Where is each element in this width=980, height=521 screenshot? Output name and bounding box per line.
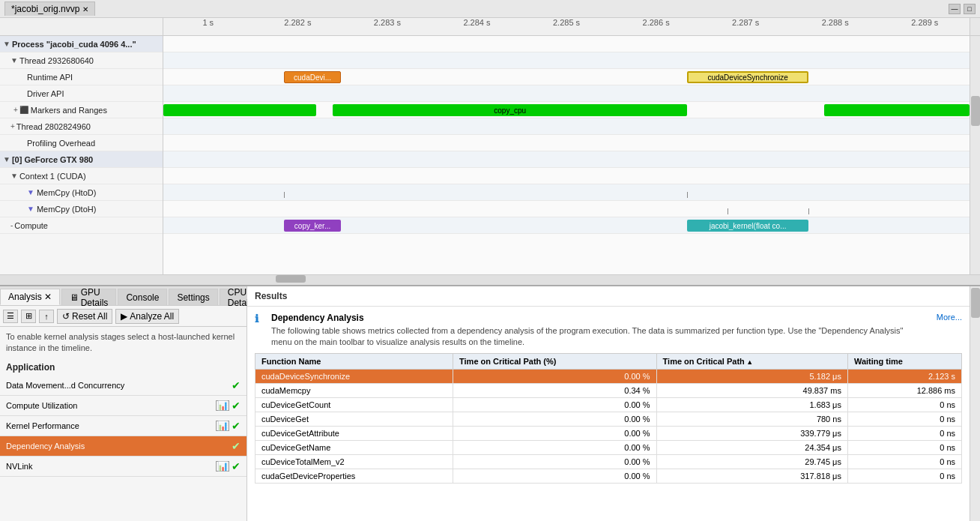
tree-row-markers[interactable]: + ⬛ Markers and Ranges xyxy=(0,102,163,118)
bar-cuda-devi[interactable]: cudaDevi... xyxy=(284,71,340,83)
col-waiting[interactable]: Waiting time xyxy=(847,353,961,369)
cell-pct: 0.00 % xyxy=(453,454,657,469)
cell-time: 317.818 μs xyxy=(656,469,847,483)
analysis-item-0[interactable]: Data Movement...d Concurrency ✔ xyxy=(0,376,246,396)
bar-green-1[interactable] xyxy=(163,104,316,116)
toggle-context[interactable]: ▼ xyxy=(10,172,18,180)
vscroll-thumb[interactable] xyxy=(971,96,980,126)
track-driver-api xyxy=(163,85,970,102)
col-time-path[interactable]: Time on Critical Path xyxy=(656,353,847,369)
check-icon-1: ✔ xyxy=(232,400,241,412)
table-row[interactable]: cuDeviceGetAttribute 0.00 % 339.779 μs 0… xyxy=(255,426,962,440)
toggle-thread-2802[interactable]: + xyxy=(10,122,15,130)
section-label: Application xyxy=(0,359,246,376)
track-gpu xyxy=(163,151,970,168)
reset-icon: ↺ xyxy=(62,311,70,322)
bar-green-3[interactable] xyxy=(824,104,970,116)
tree-row-thread-2932[interactable]: ▼ Thread 2932680640 xyxy=(0,52,163,69)
bar-cuda-device-sync[interactable]: cudaDeviceSynchronize xyxy=(687,71,808,83)
chart-icon-4[interactable]: 📊 xyxy=(216,461,229,472)
track-profiling xyxy=(163,135,970,151)
chart-icon-1[interactable]: 📊 xyxy=(216,400,229,411)
right-vscroll-thumb[interactable] xyxy=(971,288,980,318)
table-row[interactable]: cudaMemcpy 0.34 % 49.837 ms 12.886 ms xyxy=(255,383,962,397)
bar-copy-cpu[interactable]: copy_cpu xyxy=(333,104,687,116)
ruler-tick-3: 2.284 s xyxy=(432,18,522,35)
tree-row-context[interactable]: ▼ Context 1 (CUDA) xyxy=(0,168,163,184)
minimize-button[interactable]: — xyxy=(949,4,961,14)
bar-jacobi-kernel[interactable]: jacobi_kernel(float co... xyxy=(687,220,808,232)
table-row[interactable]: cuDeviceGet 0.00 % 780 ns 0 ns xyxy=(255,412,962,426)
tree-row-thread-2802[interactable]: + Thread 2802824960 xyxy=(0,118,163,135)
table-row[interactable]: cudaGetDeviceProperties 0.00 % 317.818 μ… xyxy=(255,469,962,483)
col-pct[interactable]: Time on Critical Path (%) xyxy=(453,353,657,369)
close-icon[interactable]: ✕ xyxy=(82,5,88,13)
tree-row-memcpy-dtoh[interactable]: ▼ MemCpy (DtoH) xyxy=(0,201,163,217)
timeline-vscroll[interactable] xyxy=(970,18,980,35)
analysis-item-3[interactable]: Dependency Analysis ✔ xyxy=(0,436,246,457)
results-content: ℹ Dependency Analysis The following tabl… xyxy=(247,307,970,521)
window-tab[interactable]: *jacobi_orig.nvvp ✕ xyxy=(4,1,95,16)
hscroll-thumb[interactable] xyxy=(276,275,306,283)
tab-settings[interactable]: Settings xyxy=(169,289,217,305)
tree-row-driver-api[interactable]: Driver API xyxy=(0,85,163,102)
timeline-hscroll[interactable] xyxy=(0,274,980,285)
reset-all-button[interactable]: ↺ Reset All xyxy=(57,309,112,324)
analysis-tab-bar: Analysis ✕ 🖥 GPU Details Console Setting… xyxy=(0,286,246,306)
toggle-thread-2932[interactable]: ▼ xyxy=(10,56,18,64)
table-row[interactable]: cuDeviceTotalMem_v2 0.00 % 29.745 μs 0 n… xyxy=(255,454,962,469)
analysis-item-2[interactable]: Kernel Performance 📊 ✔ xyxy=(0,416,246,436)
ruler-ticks: 1 s 2.282 s 2.283 s 2.284 s 2.285 s 2.28… xyxy=(163,18,970,35)
check-icon-4: ✔ xyxy=(232,460,241,472)
track-memcpy-dtoh xyxy=(163,201,970,217)
table-row[interactable]: cuDeviceGetCount 0.00 % 1.683 μs 0 ns xyxy=(255,397,962,412)
cell-name: cuDeviceGetAttribute xyxy=(255,426,453,440)
cell-time: 780 ns xyxy=(656,412,847,426)
cell-name: cuDeviceGetName xyxy=(255,440,453,454)
right-panel: Results ℹ Dependency Analysis The follow… xyxy=(247,286,970,521)
timeline-right-vscroll[interactable] xyxy=(970,36,980,274)
analysis-item-4[interactable]: NVLink 📊 ✔ xyxy=(0,457,246,477)
tab-console[interactable]: Console xyxy=(118,289,167,305)
tab-analysis[interactable]: Analysis ✕ xyxy=(0,289,60,305)
table-row[interactable]: cudaDeviceSynchronize 0.00 % 5.182 μs 2.… xyxy=(255,369,962,383)
tab-analysis-close[interactable]: ✕ xyxy=(44,292,52,302)
tracks-panel[interactable]: cudaDevi... cudaDeviceSynchronize copy_c… xyxy=(163,36,970,274)
analyze-all-button[interactable]: ▶ Analyze All xyxy=(115,309,179,324)
tree-row-memcpy-htod[interactable]: ▼ MemCpy (HtoD) xyxy=(0,184,163,201)
cell-time: 339.779 μs xyxy=(656,426,847,440)
grid-view-button[interactable]: ⊞ xyxy=(21,310,36,323)
col-function-name[interactable]: Function Name xyxy=(255,353,453,369)
toggle-compute[interactable]: - xyxy=(10,221,13,229)
toggle-gpu[interactable]: ▼ xyxy=(3,155,10,163)
tab-gpu-details[interactable]: 🖥 GPU Details xyxy=(61,289,117,305)
table-row[interactable]: cuDeviceGetName 0.00 % 24.354 μs 0 ns xyxy=(255,440,962,454)
tree-row-compute[interactable]: - Compute xyxy=(0,217,163,234)
ruler-tick-2: 2.283 s xyxy=(342,18,432,35)
tree-row-process[interactable]: ▼ Process "jacobi_cuda 4096 4..." xyxy=(0,36,163,52)
up-button[interactable]: ↑ xyxy=(39,310,54,323)
bar-copy-ker[interactable]: copy_ker... xyxy=(284,220,340,232)
chart-icon-2[interactable]: 📊 xyxy=(216,421,229,431)
toggle-process[interactable]: ▼ xyxy=(3,40,10,48)
analysis-item-1[interactable]: Compute Utilization 📊 ✔ xyxy=(0,396,246,416)
left-panel: Analysis ✕ 🖥 GPU Details Console Setting… xyxy=(0,286,247,521)
track-markers: copy_cpu xyxy=(163,102,970,118)
toggle-markers[interactable]: + xyxy=(13,106,18,114)
info-title: Dependency Analysis xyxy=(271,313,913,323)
results-table: Function Name Time on Critical Path (%) … xyxy=(255,353,962,484)
more-link[interactable]: More... xyxy=(937,313,962,322)
right-vscroll[interactable] xyxy=(970,286,980,521)
list-view-button[interactable]: ☰ xyxy=(3,310,18,323)
cell-time: 49.837 ms xyxy=(656,383,847,397)
tree-row-gpu[interactable]: ▼ [0] GeForce GTX 980 xyxy=(0,151,163,168)
tree-row-profiling[interactable]: Profiling Overhead xyxy=(0,135,163,151)
maximize-button[interactable]: □ xyxy=(964,4,976,14)
cell-pct: 0.00 % xyxy=(453,412,657,426)
cell-pct: 0.00 % xyxy=(453,397,657,412)
ruler-tick-7: 2.288 s xyxy=(790,18,880,35)
tree-row-runtime-api[interactable]: Runtime API xyxy=(0,69,163,85)
table-header-row: Function Name Time on Critical Path (%) … xyxy=(255,353,962,369)
tab-gpu-label: 🖥 xyxy=(70,292,79,303)
cell-wait: 0 ns xyxy=(847,454,961,469)
